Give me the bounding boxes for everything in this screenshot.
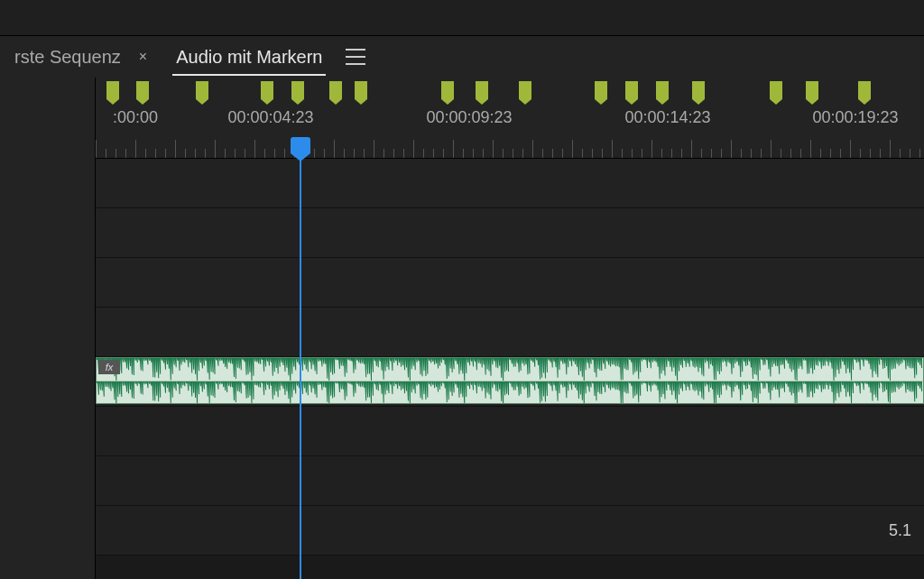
ruler-tick-minor xyxy=(473,149,474,158)
timeline-marker[interactable] xyxy=(291,81,304,99)
audio-track[interactable] xyxy=(0,456,924,506)
timeline-marker[interactable] xyxy=(770,81,782,99)
ruler-tick-major xyxy=(612,140,613,158)
timeline-marker[interactable] xyxy=(441,81,454,99)
timeline-marker[interactable] xyxy=(692,81,705,99)
fx-badge[interactable]: fx xyxy=(98,360,120,374)
video-track[interactable] xyxy=(0,159,924,208)
ruler-tick-major xyxy=(771,140,772,158)
ruler-tick-minor xyxy=(721,149,722,158)
timeline-marker[interactable] xyxy=(806,81,818,99)
waveform-left xyxy=(97,358,923,381)
ruler-tick-minor xyxy=(165,149,166,158)
track-content[interactable] xyxy=(96,308,924,356)
ruler-tick-minor xyxy=(602,149,603,158)
ruler-tick-major xyxy=(453,140,454,158)
ruler-tick-minor xyxy=(870,149,871,158)
video-track[interactable] xyxy=(0,308,924,357)
track-content[interactable] xyxy=(96,159,924,207)
sequence-tabs: rste Sequenz × Audio mit Markern xyxy=(0,36,924,78)
ruler-tick-minor xyxy=(344,149,345,158)
timeline-marker[interactable] xyxy=(196,81,208,99)
timeline-marker[interactable] xyxy=(261,81,273,99)
track-content[interactable] xyxy=(96,258,924,307)
ruler-tick-minor xyxy=(552,149,553,158)
ruler-tick-major xyxy=(532,140,533,158)
panel-menu-icon[interactable] xyxy=(346,49,365,65)
ruler-tick-major xyxy=(850,140,851,158)
timeline-marker[interactable] xyxy=(656,81,669,99)
tab-sequence-2[interactable]: Audio mit Markern xyxy=(162,36,337,78)
ruler-tick-minor xyxy=(622,149,623,158)
waveform-right xyxy=(97,381,923,404)
ruler-tick-major xyxy=(334,140,335,158)
track-content[interactable] xyxy=(96,456,924,505)
ruler-timestamp: :00:00 xyxy=(113,108,158,127)
ruler-tick-minor xyxy=(314,149,315,158)
time-ruler[interactable]: :00:0000:00:04:2300:00:09:2300:00:14:230… xyxy=(0,105,924,159)
ruler-tick-minor xyxy=(503,149,504,158)
timeline-marker[interactable] xyxy=(519,81,531,99)
ruler-tick-major xyxy=(254,140,255,158)
ruler-tick-minor xyxy=(483,149,484,158)
ruler-tick-minor xyxy=(761,149,762,158)
timeline-marker[interactable] xyxy=(595,81,607,99)
ruler-tick-major xyxy=(572,140,573,158)
ruler-tick-major xyxy=(810,140,811,158)
timeline-marker[interactable] xyxy=(136,81,149,99)
audio-track[interactable] xyxy=(0,407,924,456)
ruler-tick-minor xyxy=(235,149,236,158)
marker-row[interactable] xyxy=(0,78,924,105)
ruler-tick-minor xyxy=(383,149,384,158)
tab-sequence-1[interactable]: rste Sequenz × xyxy=(0,36,162,78)
ruler-tick-major xyxy=(96,140,97,158)
ruler-tick-minor xyxy=(840,149,841,158)
track-content[interactable] xyxy=(96,506,924,555)
timeline-marker[interactable] xyxy=(106,81,119,99)
ruler-tick-minor xyxy=(393,149,394,158)
ruler-tick-minor xyxy=(562,149,563,158)
ruler-tick-minor xyxy=(423,149,424,158)
timeline-marker[interactable] xyxy=(858,81,871,99)
timeline-marker[interactable] xyxy=(329,81,342,99)
tab-label: rste Sequenz xyxy=(14,47,121,68)
audio-clip[interactable]: fx xyxy=(96,357,924,404)
playhead[interactable] xyxy=(300,139,301,579)
ruler-tick-minor xyxy=(900,149,901,158)
ruler-tick-minor xyxy=(225,149,226,158)
ruler-tick-minor xyxy=(463,149,464,158)
timeline-marker[interactable] xyxy=(476,81,488,99)
tab-label: Audio mit Markern xyxy=(176,47,322,68)
audio-track[interactable]: fx xyxy=(0,357,924,407)
ruler-tick-minor xyxy=(116,149,116,158)
ruler-tick-minor xyxy=(274,149,275,158)
ruler-tick-minor xyxy=(820,149,821,158)
video-track[interactable] xyxy=(0,258,924,308)
ruler-tick-major xyxy=(215,140,216,158)
playhead-handle[interactable] xyxy=(291,137,310,153)
ruler-tick-major xyxy=(413,140,414,158)
ruler-tick-minor xyxy=(145,149,146,158)
toolbar xyxy=(0,0,924,36)
ruler-tick-minor xyxy=(880,149,881,158)
ruler-tick-minor xyxy=(582,149,583,158)
ruler-tick-minor xyxy=(513,149,513,158)
ruler-tick-minor xyxy=(910,149,910,158)
video-track[interactable] xyxy=(0,208,924,258)
close-icon[interactable]: × xyxy=(139,49,147,65)
ruler-tick-minor xyxy=(155,149,156,158)
timeline-marker[interactable] xyxy=(625,81,638,99)
ruler-tick-major xyxy=(374,140,374,158)
ruler-tick-minor xyxy=(671,149,672,158)
ruler-tick-minor xyxy=(701,149,702,158)
ruler-timestamp: 00:00:04:23 xyxy=(227,108,313,127)
ruler-tick-major xyxy=(175,140,176,158)
ruler-tick-minor xyxy=(741,149,742,158)
track-content[interactable]: fx xyxy=(96,357,924,406)
ruler-tick-major xyxy=(691,140,692,158)
track-content[interactable] xyxy=(96,407,924,455)
timeline-marker[interactable] xyxy=(355,81,367,99)
audio-track[interactable]: 5.1 xyxy=(0,506,924,556)
track-header-gutter xyxy=(0,78,96,579)
track-content[interactable] xyxy=(96,208,924,257)
